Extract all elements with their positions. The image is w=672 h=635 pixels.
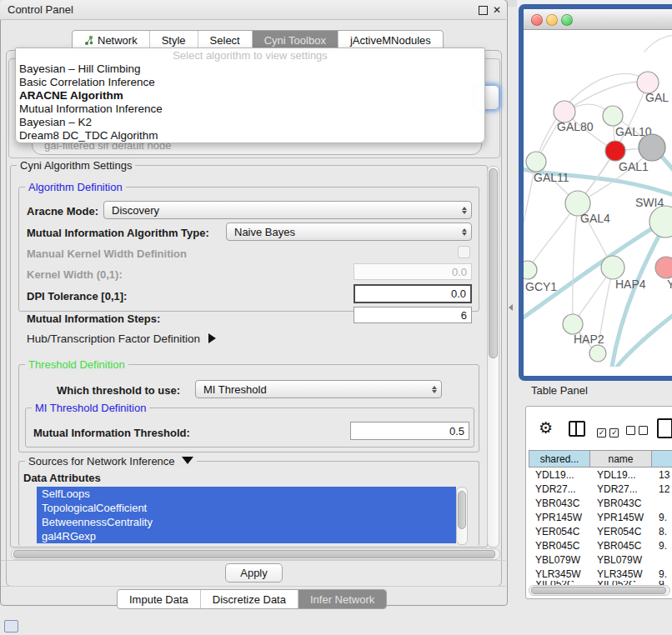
splitter-collapse-icon[interactable] — [509, 304, 513, 311]
mi-algorithm-type-combobox[interactable]: Naive Bayes — [226, 222, 472, 241]
threshold-definition-title: Threshold Definition — [25, 358, 128, 371]
divider — [1, 586, 505, 587]
table-cell: YBR045C — [590, 538, 652, 552]
mi-steps-label: Mutual Information Steps: — [27, 312, 160, 325]
network-node-gal1[interactable] — [605, 141, 625, 161]
table-cell: YBR043C — [590, 496, 652, 510]
tab-discretize-data[interactable]: Discretize Data — [201, 590, 298, 608]
network-node-gal10[interactable] — [603, 106, 623, 126]
attributes-list-scrollbar[interactable] — [456, 487, 468, 545]
algorithm-option-bayesian-hill-climbing[interactable]: Bayesian – Hill Climbing — [16, 62, 484, 76]
table-cell — [652, 552, 672, 567]
unchecked-columns-icon[interactable] — [626, 423, 648, 438]
network-canvas[interactable]: GALGAL80GAL10GAL1GAL11GAL4SWI4GCY1HAP4YH… — [524, 30, 672, 367]
sources-title: Sources for Network Inference — [28, 455, 175, 468]
tab-cyni-toolbox[interactable]: Cyni Toolbox — [253, 31, 339, 49]
tab-infer-network[interactable]: Infer Network — [298, 590, 386, 608]
table-row[interactable]: YER054CYER054C8. — [529, 524, 672, 538]
table-cell: YLR345W — [529, 567, 590, 581]
tab-network[interactable]: Network — [73, 31, 150, 49]
column-header-col3[interactable] — [652, 450, 672, 468]
attribute-item-gal4rgexp[interactable]: gal4RGexp — [37, 529, 456, 543]
network-node-gcy1[interactable] — [524, 261, 537, 279]
tab-label: jActiveMNodules — [350, 34, 431, 47]
network-edge[interactable] — [564, 82, 648, 112]
table-cell: YBL079W — [590, 552, 652, 567]
node-label-y: Y — [667, 278, 672, 291]
node-label-gal4: GAL4 — [580, 212, 610, 225]
network-window-titlebar[interactable] — [524, 9, 672, 30]
node-label-gal1: GAL1 — [619, 160, 649, 173]
export-table-icon[interactable] — [657, 418, 672, 438]
tab-style[interactable]: Style — [150, 31, 198, 49]
network-node[interactable] — [639, 134, 665, 161]
tab-label: Cyni Toolbox — [264, 34, 326, 47]
network-node-swi4[interactable] — [649, 206, 672, 238]
float-window-icon[interactable] — [479, 6, 488, 15]
tab-impute-data[interactable]: Impute Data — [118, 590, 201, 608]
table-cell: YPR145W — [529, 510, 590, 524]
which-threshold-combobox[interactable]: MI Threshold — [195, 380, 442, 398]
combo-arrows-icon — [458, 207, 471, 214]
columns-icon[interactable] — [569, 421, 585, 437]
table-row[interactable]: YBR043CYBR043C — [529, 496, 672, 510]
close-panel-icon[interactable]: ✕ — [493, 4, 501, 16]
zoom-traffic-light-icon[interactable] — [561, 14, 573, 26]
algorithm-option-basic-correlation-inference[interactable]: Basic Correlation Inference — [16, 76, 484, 89]
settings-horizontal-scrollbar[interactable] — [11, 548, 500, 560]
algorithm-dropdown-placeholder: Select algorithm to view settings — [16, 48, 484, 62]
table-row[interactable]: YPR145WYPR145W9. — [529, 510, 672, 524]
sources-section-toggle[interactable]: Sources for Network Inference — [25, 455, 197, 468]
table-row[interactable]: YDR27...YDR27...12 — [529, 482, 672, 496]
mi-threshold-field[interactable]: 0.5 — [350, 422, 469, 440]
restore-panel-icon[interactable] — [4, 620, 18, 632]
table-cell: YER054C — [529, 524, 590, 538]
mi-threshold-group-title: MI Threshold Definition — [32, 402, 149, 414]
algorithm-option-mutual-information-inference[interactable]: Mutual Information Inference — [16, 102, 484, 116]
column-header-shared[interactable]: shared... — [529, 450, 590, 468]
dpi-tolerance-field[interactable]: 0.0 — [354, 284, 472, 303]
network-node-gal11[interactable] — [526, 152, 546, 172]
algorithm-option-bayesian-k2[interactable]: Bayesian – K2 — [16, 116, 484, 129]
mi-threshold-label: Mutual Information Threshold: — [33, 427, 190, 439]
apply-button[interactable]: Apply — [225, 563, 283, 582]
algorithm-option-aracne-algorithm[interactable]: ARACNE Algorithm — [16, 89, 484, 102]
table-row[interactable]: YBR045CYBR045C9. — [529, 538, 672, 552]
network-edge[interactable] — [524, 218, 669, 323]
mi-algorithm-type-value: Naive Bayes — [227, 226, 458, 238]
table-cell: YDR27... — [590, 482, 652, 496]
table-row[interactable]: YDL19...YDL19...13 — [529, 468, 672, 482]
minimize-traffic-light-icon[interactable] — [546, 14, 558, 26]
aracne-mode-combobox[interactable]: Discovery — [103, 201, 472, 219]
gear-icon[interactable]: ⚙ — [539, 418, 553, 438]
network-node-hap4[interactable] — [601, 256, 624, 279]
network-node[interactable] — [589, 345, 606, 362]
table-row[interactable]: YBL079WYBL079W — [529, 552, 672, 567]
attribute-item-betweennesscentrality[interactable]: BetweennessCentrality — [37, 515, 456, 529]
network-edge[interactable] — [644, 36, 672, 52]
network-node-hap2[interactable] — [563, 314, 583, 334]
column-header-name[interactable]: name — [590, 450, 652, 468]
network-node-y[interactable] — [655, 257, 672, 278]
algorithm-option-dream8-dc-tdc-algorithm[interactable]: Dream8 DC_TDC Algorithm — [16, 129, 484, 142]
settings-vertical-scrollbar[interactable] — [487, 166, 499, 548]
node-label-gal: GAL — [645, 91, 669, 104]
table-row[interactable]: YLR345WYLR345W9. — [529, 567, 672, 581]
close-traffic-light-icon[interactable] — [531, 14, 543, 26]
table-horizontal-scrollbar[interactable] — [529, 585, 670, 596]
collapsed-arrow-icon — [208, 333, 216, 343]
tab-select[interactable]: Select — [198, 31, 253, 49]
kernel-width-field[interactable]: 0.0 — [354, 263, 472, 280]
data-attributes-list[interactable]: SelfLoopsTopologicalCoefficientBetweenne… — [37, 487, 456, 543]
checked-columns-icon[interactable]: ✓ ✓ — [597, 423, 619, 438]
manual-kernel-width-label: Manual Kernel Width Definition — [27, 248, 187, 260]
table-cell: YDL19... — [529, 468, 590, 482]
hub-transcription-section-toggle[interactable]: Hub/Transcription Factor Definition — [27, 332, 216, 345]
mi-steps-field[interactable]: 6 — [354, 307, 472, 323]
attribute-item-selfloops[interactable]: SelfLoops — [37, 487, 456, 501]
network-edge[interactable] — [573, 203, 578, 324]
tab-jactivemnodules[interactable]: jActiveMNodules — [339, 31, 443, 49]
which-threshold-value: MI Threshold — [196, 383, 428, 396]
attribute-item-topologicalcoefficient[interactable]: TopologicalCoefficient — [37, 501, 456, 515]
manual-kernel-width-checkbox[interactable] — [458, 246, 470, 258]
